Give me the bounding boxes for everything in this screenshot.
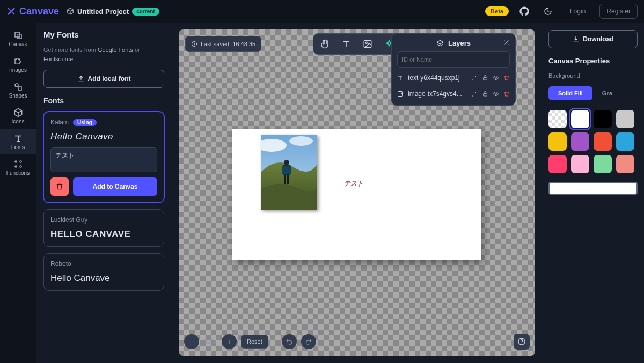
moon-icon xyxy=(544,7,552,16)
zoom-in[interactable]: + xyxy=(222,334,237,349)
layer-row[interactable]: image-tx7s4gvs4... xyxy=(397,88,510,100)
project-chip[interactable]: Untitled Project current xyxy=(67,8,159,16)
tool-pan[interactable] xyxy=(319,38,331,50)
swatch-yellow[interactable] xyxy=(548,132,567,151)
layer-visible[interactable] xyxy=(493,75,499,81)
image-icon xyxy=(397,91,404,97)
separator xyxy=(275,336,275,347)
eye-icon xyxy=(493,75,499,81)
add-to-canvas-button[interactable]: Add to Canvas xyxy=(73,177,157,196)
pencil-icon xyxy=(471,75,478,81)
undo-button[interactable] xyxy=(282,334,297,349)
add-local-font-button[interactable]: Add local font xyxy=(43,70,164,88)
beta-badge: Beta xyxy=(485,6,509,16)
pencil-icon xyxy=(471,91,478,97)
font-card-luckiest[interactable]: Luckiest Guy HELLO CANVAVE xyxy=(43,209,164,247)
rail-images[interactable]: Images xyxy=(0,51,36,77)
delete-font-button[interactable] xyxy=(50,177,69,196)
image-icon xyxy=(363,39,372,49)
swatch-black[interactable] xyxy=(594,110,612,128)
help-icon xyxy=(517,337,526,346)
layer-visible[interactable] xyxy=(493,91,499,97)
layers-search[interactable] xyxy=(397,51,510,68)
cube-icon xyxy=(67,8,74,15)
download-icon xyxy=(572,35,580,43)
layer-name: text-y6x44qusxp1j xyxy=(408,74,467,82)
github-link[interactable] xyxy=(516,3,532,19)
trash-icon xyxy=(503,91,510,97)
canvas-area: Last saved: 16:48:35 Layers text-y6x44 xyxy=(172,23,542,363)
layer-lock[interactable] xyxy=(482,75,488,81)
rail-fonts-label: Fonts xyxy=(11,144,25,150)
fonts-panel-hint: Get more fonts from Google Fonts or Font… xyxy=(43,46,164,63)
tab-solid-fill[interactable]: Solid Fill xyxy=(548,86,592,100)
swatch-red[interactable] xyxy=(594,132,612,151)
redo-button[interactable] xyxy=(301,334,316,349)
font-name-row: Kalam Using xyxy=(50,118,157,126)
font-card-roboto[interactable]: Roboto Hello Canvave xyxy=(43,253,164,291)
swatch-salmon[interactable] xyxy=(616,155,634,173)
swatch-pink[interactable] xyxy=(548,155,567,173)
lock-open-icon xyxy=(482,75,488,81)
fonts-panel: My Fonts Get more fonts from Google Font… xyxy=(36,23,172,363)
layer-delete[interactable] xyxy=(503,91,510,97)
font-card-kalam[interactable]: Kalam Using Hello Canvave Add to Canvas xyxy=(43,112,164,203)
help-button[interactable] xyxy=(514,334,530,350)
text-icon xyxy=(341,39,351,49)
svg-point-2 xyxy=(15,84,18,87)
swatch-white[interactable] xyxy=(571,110,589,128)
layer-name: image-tx7s4gvs4... xyxy=(408,90,467,98)
layer-row[interactable]: text-y6x44qusxp1j xyxy=(397,72,510,84)
current-color-bar[interactable] xyxy=(548,182,638,195)
zoom-out[interactable]: − xyxy=(184,334,199,349)
download-button[interactable]: Download xyxy=(548,30,638,48)
tab-gradient[interactable]: Gra xyxy=(592,86,612,100)
rail-shapes-label: Shapes xyxy=(9,93,27,99)
swatch-transparent[interactable] xyxy=(548,110,567,128)
swatch-grey[interactable] xyxy=(616,110,634,128)
svg-rect-22 xyxy=(284,175,286,184)
app-header: Canvave Untitled Project current Beta Lo… xyxy=(0,0,644,23)
svg-point-7 xyxy=(20,166,21,167)
add-local-font-label: Add local font xyxy=(88,75,131,83)
google-fonts-link[interactable]: Google Fonts xyxy=(98,47,133,53)
tool-text[interactable] xyxy=(340,38,352,50)
layers-close[interactable] xyxy=(503,39,510,46)
workspace[interactable]: Last saved: 16:48:35 Layers text-y6x44 xyxy=(179,29,535,356)
reset-zoom[interactable]: Reset xyxy=(241,335,268,349)
layer-edit[interactable] xyxy=(471,91,478,97)
rail-shapes[interactable]: Shapes xyxy=(0,77,36,103)
swatch-blue[interactable] xyxy=(616,132,634,151)
cube-icon xyxy=(13,108,23,117)
type-icon xyxy=(13,134,23,143)
font-name-luckiest: Luckiest Guy xyxy=(50,216,87,224)
theme-toggle[interactable] xyxy=(540,3,556,19)
swatch-green[interactable] xyxy=(594,155,612,173)
download-label: Download xyxy=(583,35,613,43)
rail-icons[interactable]: Icons xyxy=(0,103,36,129)
font-sample-input[interactable] xyxy=(50,147,157,172)
fontsource-link[interactable]: Fontsource xyxy=(43,56,73,62)
swatch-purple[interactable] xyxy=(571,132,589,151)
layer-delete[interactable] xyxy=(503,75,510,81)
register-button[interactable]: Register xyxy=(599,4,638,19)
font-name-roboto: Roboto xyxy=(50,260,71,268)
layer-edit[interactable] xyxy=(471,75,478,81)
artboard[interactable]: テスト xyxy=(232,129,481,260)
artboard-image[interactable] xyxy=(261,135,317,210)
layers-panel: Layers text-y6x44qusxp1j ima xyxy=(391,33,516,106)
swatch-lightpink[interactable] xyxy=(571,155,589,173)
undo-icon xyxy=(286,338,293,345)
tool-image[interactable] xyxy=(362,38,374,50)
rail-canvas[interactable]: Canvas xyxy=(0,26,36,51)
rail-icons-label: Icons xyxy=(12,118,25,124)
font-name-kalam: Kalam xyxy=(50,118,69,126)
rail-fonts[interactable]: Fonts xyxy=(0,129,36,154)
rail-functions[interactable]: Functions xyxy=(0,154,36,180)
svg-point-4 xyxy=(15,161,17,162)
artboard-text[interactable]: テスト xyxy=(344,179,363,188)
layer-lock[interactable] xyxy=(482,91,488,97)
floating-toolbar xyxy=(313,33,401,55)
login-button[interactable]: Login xyxy=(564,4,592,19)
brand-logo[interactable]: Canvave xyxy=(6,6,59,17)
